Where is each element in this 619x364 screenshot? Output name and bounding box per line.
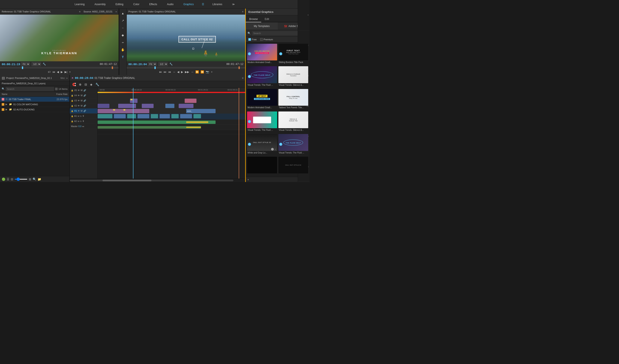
timeline-playhead[interactable]	[133, 88, 133, 179]
a1-m[interactable]: M	[78, 115, 79, 117]
project-item-1[interactable]: ▶ 📁 01 COLOR MATCHING	[0, 102, 69, 107]
source-progress-bar[interactable]	[0, 67, 119, 68]
v5-sync[interactable]: 🔗	[84, 89, 86, 92]
v5-lock[interactable]: 🔒	[71, 89, 73, 92]
v1-toggle[interactable]: M	[81, 110, 82, 112]
menu-more[interactable]: ≫	[230, 2, 237, 7]
menu-assembly[interactable]: Assembly	[93, 2, 107, 7]
clip-a2-fx[interactable]	[186, 127, 201, 128]
project-item-2[interactable]: ▶ 📁 02 AUTO-DUCKING	[0, 107, 69, 112]
template-card-1[interactable]: FIRST TEXT ADD SECOND TEXT Third Text He…	[278, 44, 309, 65]
prog-next-icon[interactable]: ↔	[191, 70, 194, 74]
tl-tool-wrench[interactable]: 🔧	[95, 82, 100, 87]
source-fit-select[interactable]: Fit	[21, 62, 30, 66]
tl-tool-settings[interactable]: ◈	[89, 82, 93, 87]
premium-checkbox[interactable]	[260, 38, 263, 41]
source-add-icon[interactable]: +	[69, 70, 71, 74]
a2-lock[interactable]: 🔒	[71, 120, 73, 122]
prog-export-icon[interactable]: 📷	[206, 70, 209, 74]
prog-step-fwd-icon[interactable]: ▶▶	[185, 70, 189, 74]
a1-s[interactable]: S	[80, 115, 82, 117]
template-card-8[interactable]: CALL OUT STYLE 02 ✓ i ↓ White and Gray L…	[247, 134, 277, 155]
clip-a2-1[interactable]	[98, 126, 201, 129]
track-row-a1[interactable]	[98, 120, 245, 125]
template-card-0[interactable]: COLOR MATCH SUB TITLE HERE ✓ Modern Anim…	[247, 44, 277, 65]
master-keyframe[interactable]: ⏯	[82, 125, 84, 128]
timeline-scrollbar[interactable]	[70, 179, 245, 182]
source-expand-icon[interactable]: »	[115, 10, 117, 13]
clip-v3-3[interactable]	[142, 104, 154, 108]
clip-v1-2[interactable]	[114, 114, 126, 118]
tl-tool-add[interactable]: ⊕	[78, 82, 82, 87]
clip-v1-3[interactable]	[127, 114, 136, 118]
source-monitor-menu-icon[interactable]: ≡	[79, 10, 80, 13]
tab-edit[interactable]: Edit	[261, 16, 273, 22]
template-card-3[interactable]: Silence & Solitude Transition Visual Tre…	[278, 66, 309, 87]
clip-v1-5[interactable]	[151, 114, 158, 118]
prog-out-icon[interactable]: ⏮	[168, 70, 171, 74]
v2-lock[interactable]: 🔒	[71, 105, 73, 107]
sort-icon[interactable]: ⊞	[29, 177, 31, 181]
grid-view-icon[interactable]: ⊞	[55, 87, 58, 91]
v4-sync[interactable]: 🔗	[84, 94, 86, 97]
new-item-icon[interactable]: 🟢	[2, 177, 5, 181]
menu-graphics[interactable]: Graphics	[182, 2, 195, 7]
my-templates-btn[interactable]: My Templates	[246, 22, 278, 30]
project-search-input[interactable]	[6, 87, 54, 91]
clip-v1-7[interactable]	[171, 114, 179, 118]
prog-play-icon[interactable]: ▶	[181, 70, 183, 74]
premium-filter-label[interactable]: Premium	[260, 38, 273, 41]
template-card-5[interactable]: FULL CONTROL Easy To Use Tabbed Text Pan…	[278, 89, 309, 110]
v2-sync[interactable]: 🔗	[84, 105, 86, 107]
prog-insert-icon[interactable]: ⏩	[195, 70, 199, 74]
source-step-fwd-icon[interactable]: ▶|	[65, 70, 67, 74]
clip-v3-4[interactable]	[165, 104, 174, 108]
source-goto-in-icon[interactable]: ⏮	[52, 70, 55, 74]
track-row-a2[interactable]	[98, 125, 245, 130]
template-card-10[interactable]	[247, 157, 277, 175]
prog-in-icon[interactable]: ⏭	[164, 70, 167, 74]
program-progress-bar[interactable]	[127, 67, 245, 68]
tool-ripple[interactable]: ↔	[120, 25, 126, 31]
free-checkbox[interactable]: ✓	[248, 38, 251, 41]
v1-sync[interactable]: 🔗	[84, 110, 86, 112]
source-timecode-left[interactable]: 00:00:21:19	[2, 63, 20, 66]
menu-effects[interactable]: Effects	[148, 2, 159, 7]
program-monitor-menu-icon[interactable]: ≡	[242, 10, 243, 13]
clip-v3-5[interactable]	[179, 104, 194, 108]
menu-color[interactable]: Color	[131, 2, 141, 7]
icon-view-icon[interactable]: ⊟	[11, 177, 13, 181]
clip-v4-fx[interactable]: fx	[130, 99, 137, 103]
tool-hand[interactable]: ✋	[120, 47, 126, 53]
track-row-v4[interactable]: fx	[98, 98, 245, 103]
timeline-timecode[interactable]: 00:00:28:04	[75, 76, 93, 80]
tool-razor[interactable]: ◆	[120, 32, 126, 38]
free-filter-label[interactable]: ✓ Free	[248, 38, 257, 41]
menu-libraries[interactable]: Libraries	[211, 2, 224, 7]
download-icon-8[interactable]: ↓	[274, 148, 277, 150]
template-card-6[interactable]: ✓ Visual Trends: The Fluid ...	[247, 111, 277, 133]
clip-v2-1[interactable]: fx fx	[98, 109, 149, 113]
v3-sync[interactable]: 🔗	[84, 99, 86, 102]
clip-v3-1[interactable]	[98, 104, 109, 108]
v4-vis[interactable]: 👁	[78, 94, 80, 97]
template-card-9[interactable]: THE FLUID SELF ✓ Visual Trends: The Flui…	[278, 134, 309, 155]
menu-audio[interactable]: Audio	[165, 2, 175, 7]
v1-vis[interactable]: 👁	[78, 110, 80, 112]
timeline-panel-menu[interactable]: ≡	[242, 77, 243, 80]
scrollbar-thumb[interactable]	[102, 180, 152, 181]
source-marker-icon[interactable]: 🏷	[48, 70, 51, 74]
track-row-v5[interactable]	[98, 93, 245, 98]
program-wrench-icon[interactable]: 🔧	[169, 63, 173, 66]
tool-slip[interactable]: ⇔	[120, 40, 126, 45]
tl-tool-mark[interactable]: ⊟	[84, 82, 88, 87]
v3-vis[interactable]: 👁	[78, 99, 80, 102]
prog-step-back-icon[interactable]: ↔	[173, 70, 175, 74]
program-timecode-left[interactable]: 00:00:28:04	[128, 63, 147, 66]
template-card-4[interactable]: UP NEXT COLORNAME HERE Modern Animated G…	[247, 89, 277, 110]
template-card-2[interactable]: THE FLUID SELF ✓ Visual Trends: The Flui…	[247, 66, 277, 87]
v5-vis[interactable]: 👁	[78, 89, 80, 92]
v2-vis[interactable]: 👁	[78, 105, 80, 107]
clip-v1-4[interactable]	[138, 114, 149, 118]
clip-v1-8[interactable]	[180, 114, 192, 118]
